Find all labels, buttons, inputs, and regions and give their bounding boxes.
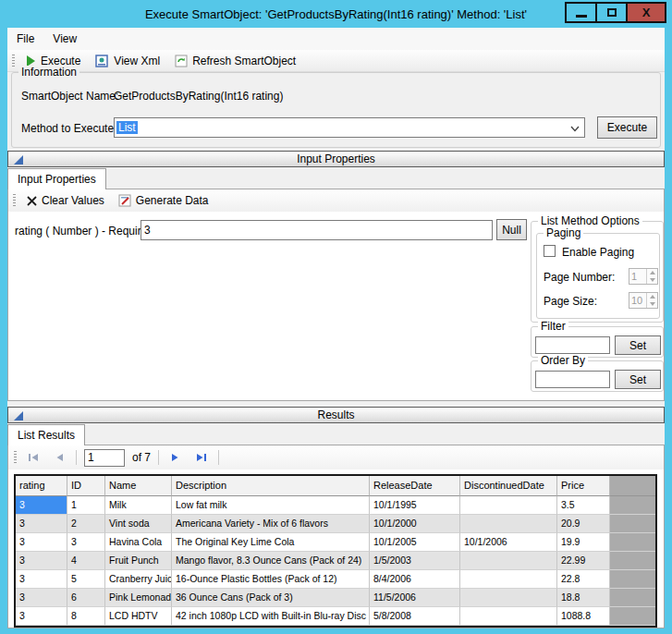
- column-header[interactable]: ID: [67, 476, 105, 496]
- order-by-set-button[interactable]: Set: [615, 370, 661, 389]
- grid-cell[interactable]: 6: [67, 589, 105, 607]
- grid-cell[interactable]: Cranberry Juice: [105, 570, 172, 589]
- filter-input[interactable]: [535, 336, 610, 354]
- null-button[interactable]: Null: [496, 219, 527, 240]
- grid-cell[interactable]: Milk: [105, 496, 172, 515]
- grid-cell[interactable]: 22.99: [557, 552, 610, 570]
- grid-cell[interactable]: 10/1/2005: [370, 533, 460, 552]
- column-header[interactable]: Description: [172, 476, 370, 496]
- grid-cell[interactable]: 10/1/2000: [370, 515, 460, 533]
- order-by-input[interactable]: [535, 371, 610, 388]
- grid-cell[interactable]: 19.9: [557, 533, 610, 552]
- view-xml-button[interactable]: View Xml: [92, 53, 163, 69]
- grid-cell[interactable]: 3: [16, 533, 67, 552]
- column-header[interactable]: rating: [16, 476, 67, 496]
- menu-file[interactable]: File: [7, 29, 43, 49]
- grid-cell[interactable]: 5/8/2008: [370, 607, 460, 626]
- grid-cell[interactable]: 8: [67, 607, 105, 626]
- grid-cell[interactable]: 3: [67, 533, 105, 552]
- rating-input[interactable]: [141, 220, 493, 240]
- execute-method-button[interactable]: Execute: [597, 116, 657, 139]
- grid-cell[interactable]: [460, 496, 557, 515]
- method-combobox[interactable]: List: [114, 117, 585, 138]
- grid-cell[interactable]: 3: [16, 589, 67, 607]
- grid-cell[interactable]: 3: [16, 552, 67, 570]
- table-row[interactable]: 32Vint sodaAmericana Variety - Mix of 6 …: [16, 515, 655, 533]
- grid-cell[interactable]: 1: [67, 496, 105, 515]
- grid-cell[interactable]: Vint soda: [105, 515, 172, 533]
- grid-cell[interactable]: [460, 607, 557, 626]
- tab-input-properties[interactable]: Input Properties: [7, 168, 106, 189]
- grid-cell[interactable]: [460, 589, 557, 607]
- table-row[interactable]: 36Pink Lemonade36 Ounce Cans (Pack of 3)…: [16, 589, 655, 607]
- table-row[interactable]: 34Fruit PunchMango flavor, 8.3 Ounce Can…: [16, 552, 655, 570]
- grid-cell[interactable]: 42 inch 1080p LCD with Built-in Blu-ray …: [172, 607, 370, 626]
- table-row[interactable]: 38LCD HDTV42 inch 1080p LCD with Built-i…: [16, 607, 655, 626]
- input-properties-section-header[interactable]: Input Properties: [7, 151, 665, 167]
- grid-cell[interactable]: Pink Lemonade: [105, 589, 172, 607]
- grid-cell[interactable]: 36 Ounce Cans (Pack of 3): [172, 589, 370, 607]
- grid-cell[interactable]: 10/1/1995: [370, 496, 460, 515]
- column-header[interactable]: Name: [105, 476, 172, 496]
- table-row[interactable]: 35Cranberry Juice16-Ounce Plastic Bottle…: [16, 570, 655, 589]
- clear-values-button[interactable]: Clear Values: [24, 192, 107, 209]
- results-section-header[interactable]: Results: [7, 407, 665, 423]
- grid-cell[interactable]: 18.8: [557, 589, 610, 607]
- spinner-down-icon[interactable]: [647, 300, 657, 308]
- table-row[interactable]: 31MilkLow fat milk10/1/19953.5: [16, 496, 655, 515]
- grid-cell[interactable]: 16-Ounce Plastic Bottles (Pack of 12): [172, 570, 370, 589]
- grid-cell[interactable]: 10/1/2006: [460, 533, 557, 552]
- grid-cell[interactable]: Havina Cola: [105, 533, 172, 552]
- table-row[interactable]: 33Havina ColaThe Original Key Lime Cola1…: [16, 533, 655, 552]
- grid-cell[interactable]: 3: [16, 515, 67, 533]
- grid-cell[interactable]: 5: [67, 570, 105, 589]
- last-page-button[interactable]: [192, 449, 211, 466]
- first-page-button[interactable]: [24, 449, 43, 466]
- close-button[interactable]: X: [626, 2, 666, 23]
- grid-cell[interactable]: The Original Key Lime Cola: [172, 533, 370, 552]
- grid-cell[interactable]: Mango flavor, 8.3 Ounce Cans (Pack of 24…: [172, 552, 370, 570]
- next-page-button[interactable]: [166, 449, 185, 466]
- current-page-input[interactable]: [84, 449, 125, 467]
- page-size-spinner[interactable]: [629, 292, 658, 309]
- grid-cell[interactable]: 3: [16, 607, 67, 626]
- grid-cell[interactable]: Low fat milk: [172, 496, 370, 515]
- grid-cell[interactable]: 1088.8: [557, 607, 610, 626]
- grid-cell[interactable]: LCD HDTV: [105, 607, 172, 626]
- grid-cell[interactable]: 8/4/2006: [370, 570, 460, 589]
- grid-cell[interactable]: [460, 515, 557, 533]
- grid-cell[interactable]: 1/5/2003: [370, 552, 460, 570]
- grid-cell[interactable]: 22.8: [557, 570, 610, 589]
- grid-cell[interactable]: 3: [16, 570, 67, 589]
- column-header[interactable]: DiscontinuedDate: [460, 476, 557, 496]
- toolbar-grip[interactable]: [12, 55, 15, 67]
- toolbar-grip[interactable]: [13, 194, 16, 207]
- generate-data-button[interactable]: Generate Data: [116, 192, 212, 209]
- tab-list-results[interactable]: List Results: [7, 424, 85, 445]
- grid-cell[interactable]: 3.5: [557, 496, 610, 515]
- grid-cell[interactable]: Fruit Punch: [105, 552, 172, 570]
- title-bar[interactable]: Execute SmartObject: 'GetProductsByRatin…: [0, 0, 672, 28]
- refresh-smartobject-button[interactable]: Refresh SmartObject: [172, 53, 299, 69]
- filter-set-button[interactable]: Set: [615, 335, 661, 355]
- column-header[interactable]: ReleaseDate: [370, 476, 460, 496]
- spinner-up-icon[interactable]: [647, 293, 657, 300]
- enable-paging-checkbox[interactable]: [544, 245, 556, 257]
- previous-page-button[interactable]: [50, 449, 68, 466]
- minimize-button[interactable]: [565, 2, 597, 23]
- column-header[interactable]: Price: [557, 476, 610, 496]
- page-number-spinner[interactable]: [629, 268, 658, 285]
- menu-view[interactable]: View: [43, 29, 86, 49]
- grid-cell[interactable]: 11/5/2006: [370, 589, 460, 607]
- grid-cell[interactable]: 20.9: [557, 515, 610, 533]
- grid-cell[interactable]: 2: [67, 515, 105, 533]
- grid-cell[interactable]: [460, 552, 557, 570]
- grid-cell[interactable]: Americana Variety - Mix of 6 flavors: [172, 515, 370, 533]
- grid-cell[interactable]: 4: [67, 552, 105, 570]
- spinner-down-icon[interactable]: [647, 276, 657, 284]
- toolbar-grip[interactable]: [14, 451, 17, 464]
- grid-cell[interactable]: [460, 570, 557, 589]
- maximize-button[interactable]: [595, 2, 628, 23]
- spinner-up-icon[interactable]: [647, 269, 657, 276]
- grid-cell[interactable]: 3: [16, 496, 67, 515]
